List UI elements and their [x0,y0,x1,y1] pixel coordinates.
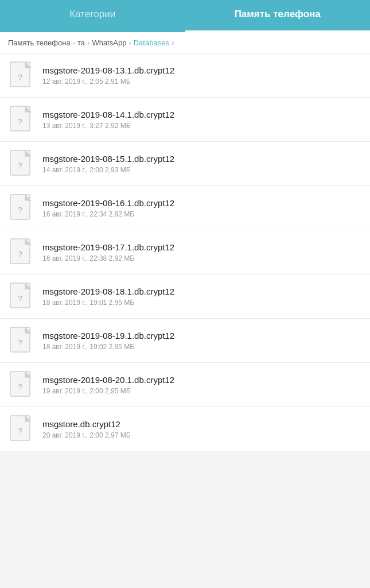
svg-text:?: ? [18,294,22,303]
breadcrumb: Память телефона › та › WhatsApp › Databa… [0,32,370,53]
breadcrumb-item-1[interactable]: Память телефона [8,38,71,47]
svg-text:?: ? [18,117,22,126]
file-icon-wrapper: ? [9,194,33,222]
file-icon: ? [9,61,33,89]
file-icon: ? [9,150,33,177]
file-item[interactable]: ? msgstore.db.crypt1220 авг. 2019 г., 2:… [0,407,370,451]
file-item[interactable]: ? msgstore-2019-08-19.1.db.crypt1218 авг… [0,319,370,363]
header-tabs: Категории Память телефона [0,0,370,32]
file-item[interactable]: ? msgstore-2019-08-18.1.db.crypt1218 авг… [0,274,370,319]
file-icon: ? [9,415,33,443]
file-icon-wrapper: ? [9,371,33,399]
svg-text:?: ? [18,338,22,347]
breadcrumb-sep-1: › [73,38,75,47]
file-icon: ? [9,238,33,266]
file-info: msgstore-2019-08-18.1.db.crypt1218 авг. … [42,287,361,307]
breadcrumb-sep-3: › [128,38,131,47]
file-meta: 18 авг. 2019 г., 19:02 2,95 МБ [42,343,361,351]
file-icon-wrapper: ? [9,150,33,177]
file-item[interactable]: ? msgstore-2019-08-15.1.db.crypt1214 авг… [0,142,370,186]
file-name: msgstore-2019-08-15.1.db.crypt12 [42,154,361,164]
svg-text:?: ? [18,206,22,214]
file-info: msgstore-2019-08-14.1.db.crypt1213 авг. … [42,110,361,130]
file-icon-wrapper: ? [9,61,33,89]
file-item[interactable]: ? msgstore-2019-08-13.1.db.crypt1212 авг… [0,53,370,98]
file-meta: 20 авг. 2019 г., 2:00 2,97 МБ [42,431,361,439]
breadcrumb-item-3[interactable]: WhatsApp [92,38,126,47]
breadcrumb-item-2[interactable]: та [77,38,85,47]
svg-text:?: ? [18,427,22,435]
file-meta: 16 авг. 2019 г., 22:34 2,92 МБ [42,210,361,218]
tab-phone-memory[interactable]: Память телефона [185,0,371,32]
file-icon: ? [9,371,33,399]
file-info: msgstore-2019-08-19.1.db.crypt1218 авг. … [42,331,361,351]
svg-text:?: ? [18,382,22,391]
file-item[interactable]: ? msgstore-2019-08-17.1.db.crypt1216 авг… [0,230,370,274]
svg-text:?: ? [18,73,22,82]
tab-categories[interactable]: Категории [0,0,185,32]
file-meta: 12 авг. 2019 г., 2:05 2,91 МБ [42,78,361,86]
file-icon: ? [9,327,33,354]
file-info: msgstore-2019-08-17.1.db.crypt1216 авг. … [42,242,361,262]
file-icon-wrapper: ? [9,106,33,133]
file-info: msgstore-2019-08-20.1.db.crypt1219 авг. … [42,375,361,395]
file-item[interactable]: ? msgstore-2019-08-20.1.db.crypt1219 авг… [0,363,370,407]
file-item[interactable]: ? msgstore-2019-08-14.1.db.crypt1213 авг… [0,98,370,142]
file-name: msgstore-2019-08-20.1.db.crypt12 [42,375,361,385]
file-name: msgstore-2019-08-17.1.db.crypt12 [42,242,361,252]
breadcrumb-sep-2: › [87,38,89,47]
file-info: msgstore-2019-08-16.1.db.crypt1216 авг. … [42,198,361,218]
file-meta: 14 авг. 2019 г., 2:00 2,93 МБ [42,166,361,174]
file-meta: 18 авг. 2019 г., 19:01 2,95 МБ [42,299,361,307]
file-info: msgstore-2019-08-13.1.db.crypt1212 авг. … [42,65,361,86]
file-icon-wrapper: ? [9,327,33,354]
file-name: msgstore-2019-08-16.1.db.crypt12 [42,198,361,208]
file-info: msgstore.db.crypt1220 авг. 2019 г., 2:00… [42,419,361,439]
file-item[interactable]: ? msgstore-2019-08-16.1.db.crypt1216 авг… [0,186,370,230]
file-name: msgstore-2019-08-13.1.db.crypt12 [42,65,361,75]
file-list: ? msgstore-2019-08-13.1.db.crypt1212 авг… [0,53,370,451]
file-icon: ? [9,194,33,222]
file-icon: ? [9,283,33,310]
file-icon-wrapper: ? [9,238,33,266]
file-name: msgstore-2019-08-18.1.db.crypt12 [42,287,361,296]
svg-text:?: ? [18,250,22,258]
file-icon-wrapper: ? [9,415,33,443]
file-meta: 19 авг. 2019 г., 2:00 2,95 МБ [42,387,361,395]
file-meta: 16 авг. 2019 г., 22:38 2,92 МБ [42,254,361,262]
file-name: msgstore.db.crypt12 [42,419,361,429]
file-name: msgstore-2019-08-19.1.db.crypt12 [42,331,361,341]
svg-text:?: ? [18,161,22,170]
file-meta: 13 авг. 2019 г., 3:27 2,92 МБ [42,122,361,130]
breadcrumb-item-4[interactable]: Databases [134,38,169,47]
breadcrumb-chevron-icon: › [172,38,174,47]
file-icon: ? [9,106,33,133]
file-icon-wrapper: ? [9,283,33,310]
file-name: msgstore-2019-08-14.1.db.crypt12 [42,110,361,119]
file-info: msgstore-2019-08-15.1.db.crypt1214 авг. … [42,154,361,174]
